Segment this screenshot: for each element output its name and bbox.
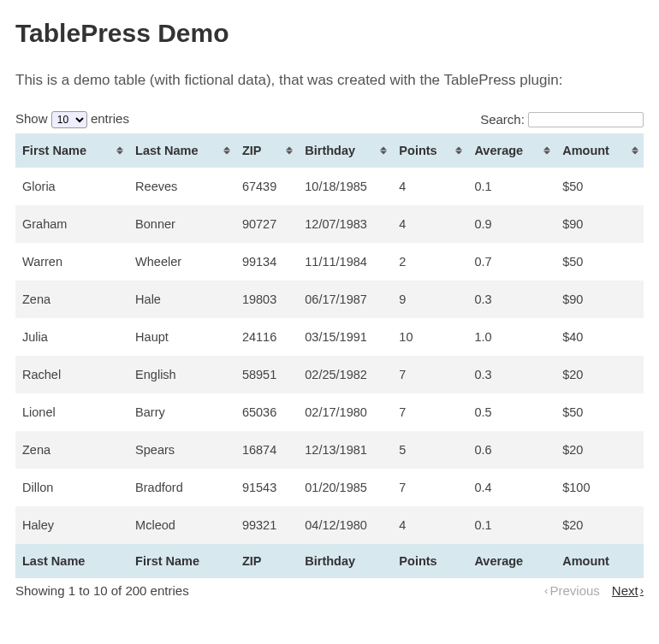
- cell-first: Gloria: [15, 168, 128, 205]
- cell-last: Wheeler: [128, 243, 235, 281]
- cell-last: English: [128, 356, 235, 393]
- cell-first: Graham: [15, 205, 128, 243]
- cell-bday: 03/15/1991: [298, 318, 392, 356]
- cell-last: Barry: [128, 393, 235, 431]
- cell-first: Warren: [15, 243, 128, 281]
- cell-bday: 02/25/1982: [298, 356, 392, 393]
- cell-first: Lionel: [15, 393, 128, 431]
- cell-zip: 19803: [235, 281, 298, 318]
- cell-last: Reeves: [128, 168, 235, 205]
- cell-bday: 01/20/1985: [298, 469, 392, 506]
- cell-points: 5: [392, 431, 467, 469]
- cell-points: 4: [392, 168, 467, 205]
- cell-first: Dillon: [15, 469, 128, 506]
- cell-zip: 65036: [235, 393, 298, 431]
- cell-bday: 06/17/1987: [298, 281, 392, 318]
- cell-points: 7: [392, 393, 467, 431]
- table-header-row: First Name Last Name ZIP Birthday Points…: [15, 133, 644, 168]
- cell-last: Haupt: [128, 318, 235, 356]
- col-footer-3: Birthday: [298, 544, 392, 578]
- cell-zip: 99134: [235, 243, 298, 281]
- data-table: First Name Last Name ZIP Birthday Points…: [15, 133, 644, 578]
- col-footer-1: First Name: [128, 544, 235, 578]
- cell-amt: $20: [555, 356, 644, 393]
- cell-points: 4: [392, 506, 467, 544]
- sort-icon: [116, 147, 123, 155]
- cell-amt: $20: [555, 431, 644, 469]
- next-button[interactable]: Next ›: [612, 583, 644, 598]
- sort-icon: [632, 147, 638, 155]
- col-header-last-name[interactable]: Last Name: [128, 133, 235, 168]
- sort-icon: [455, 147, 462, 155]
- cell-amt: $50: [555, 243, 644, 281]
- table-row: LionelBarry6503602/17/198070.5$50: [15, 393, 644, 431]
- col-footer-2: ZIP: [235, 544, 298, 578]
- cell-first: Haley: [15, 506, 128, 544]
- table-row: JuliaHaupt2411603/15/1991101.0$40: [15, 318, 644, 356]
- col-header-amount[interactable]: Amount: [555, 133, 644, 168]
- search-label: Search:: [480, 112, 525, 127]
- cell-bday: 04/12/1980: [298, 506, 392, 544]
- entries-select[interactable]: 10: [51, 111, 87, 128]
- table-row: ZenaHale1980306/17/198790.3$90: [15, 281, 644, 318]
- col-header-points[interactable]: Points: [392, 133, 467, 168]
- cell-zip: 58951: [235, 356, 298, 393]
- cell-amt: $50: [555, 393, 644, 431]
- table-row: GloriaReeves6743910/18/198540.1$50: [15, 168, 644, 205]
- cell-points: 2: [392, 243, 467, 281]
- prev-button[interactable]: ‹ Previous: [544, 583, 600, 598]
- search-control: Search:: [480, 112, 644, 127]
- show-label-pre: Show: [15, 111, 48, 126]
- cell-avg: 0.1: [467, 506, 555, 544]
- cell-avg: 0.1: [467, 168, 555, 205]
- col-footer-6: Amount: [555, 544, 644, 578]
- table-row: GrahamBonner9072712/07/198340.9$90: [15, 205, 644, 243]
- col-footer-0: Last Name: [15, 544, 128, 578]
- chevron-left-icon: ‹: [544, 584, 548, 597]
- length-control: Show 10 entries: [15, 111, 129, 128]
- cell-bday: 11/11/1984: [298, 243, 392, 281]
- cell-zip: 99321: [235, 506, 298, 544]
- sort-icon: [223, 147, 230, 155]
- cell-avg: 0.6: [467, 431, 555, 469]
- cell-avg: 0.4: [467, 469, 555, 506]
- cell-first: Zena: [15, 281, 128, 318]
- cell-bday: 10/18/1985: [298, 168, 392, 205]
- cell-amt: $50: [555, 168, 644, 205]
- table-row: RachelEnglish5895102/25/198270.3$20: [15, 356, 644, 393]
- col-header-zip[interactable]: ZIP: [235, 133, 298, 168]
- chevron-right-icon: ›: [640, 584, 644, 597]
- cell-zip: 16874: [235, 431, 298, 469]
- cell-bday: 12/07/1983: [298, 205, 392, 243]
- cell-avg: 0.3: [467, 281, 555, 318]
- cell-last: Bradford: [128, 469, 235, 506]
- pager: ‹ Previous Next ›: [544, 583, 644, 598]
- cell-first: Rachel: [15, 356, 128, 393]
- sort-icon: [543, 147, 550, 155]
- cell-zip: 91543: [235, 469, 298, 506]
- cell-zip: 24116: [235, 318, 298, 356]
- col-header-first-name[interactable]: First Name: [15, 133, 128, 168]
- cell-last: Hale: [128, 281, 235, 318]
- cell-points: 7: [392, 469, 467, 506]
- search-input[interactable]: [528, 112, 644, 127]
- col-header-birthday[interactable]: Birthday: [298, 133, 392, 168]
- cell-avg: 0.3: [467, 356, 555, 393]
- cell-amt: $20: [555, 506, 644, 544]
- cell-points: 4: [392, 205, 467, 243]
- cell-last: Bonner: [128, 205, 235, 243]
- cell-avg: 0.5: [467, 393, 555, 431]
- show-label-post: entries: [91, 111, 129, 126]
- cell-avg: 0.7: [467, 243, 555, 281]
- table-row: DillonBradford9154301/20/198570.4$100: [15, 469, 644, 506]
- col-header-average[interactable]: Average: [467, 133, 555, 168]
- cell-amt: $90: [555, 281, 644, 318]
- table-footer-row: Last Name First Name ZIP Birthday Points…: [15, 544, 644, 578]
- cell-last: Mcleod: [128, 506, 235, 544]
- cell-first: Zena: [15, 431, 128, 469]
- table-row: HaleyMcleod9932104/12/198040.1$20: [15, 506, 644, 544]
- cell-points: 9: [392, 281, 467, 318]
- table-row: WarrenWheeler9913411/11/198420.7$50: [15, 243, 644, 281]
- page-title: TablePress Demo: [15, 19, 644, 48]
- cell-avg: 1.0: [467, 318, 555, 356]
